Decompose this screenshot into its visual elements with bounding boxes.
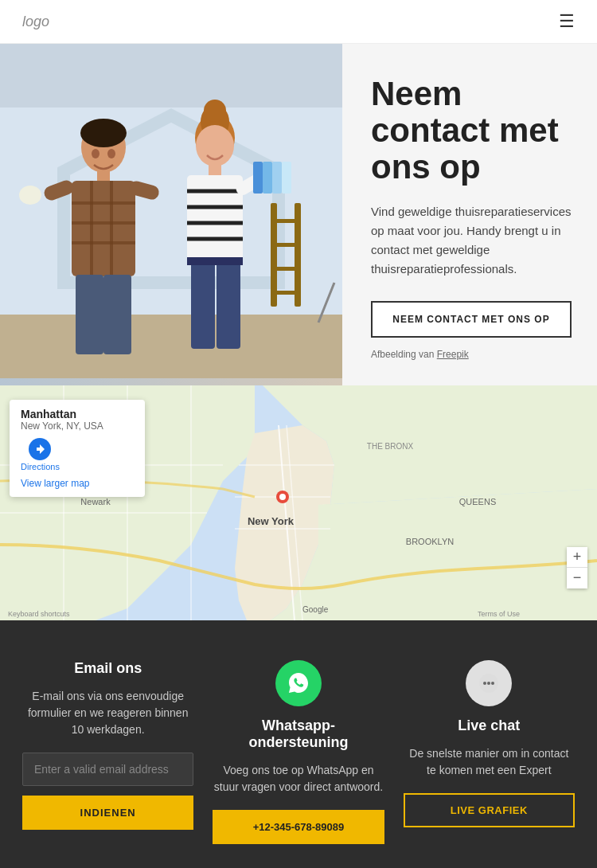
image-credit: Afbeelding van Freepik: [371, 349, 572, 360]
svg-point-29: [204, 100, 226, 122]
contact-cta-button[interactable]: NEEM CONTACT MET ONS OP: [371, 301, 572, 338]
email-column: Email ons E-mail ons via ons eenvoudige …: [22, 660, 193, 844]
svg-point-73: [487, 682, 490, 685]
svg-point-26: [107, 149, 115, 158]
submit-email-button[interactable]: INDIENEN: [22, 796, 193, 830]
livechat-description: De snelste manier om in contact te komen…: [404, 745, 575, 779]
hero-title: Neem contact met ons op: [371, 76, 572, 186]
svg-rect-32: [187, 175, 243, 263]
whatsapp-phone-button[interactable]: +12-345-678-89089: [213, 810, 384, 844]
svg-text:Google: Google: [302, 605, 329, 614]
svg-rect-8: [271, 267, 301, 271]
hero-section: Neem contact met ons op Vind geweldige t…: [0, 44, 597, 385]
hero-description: Vind geweldige thuisreparatieservices op…: [371, 202, 572, 279]
svg-rect-13: [97, 170, 110, 181]
svg-text:THE BRONX: THE BRONX: [367, 442, 414, 451]
svg-point-66: [279, 494, 286, 500]
whatsapp-icon: [275, 660, 322, 706]
svg-point-25: [92, 149, 100, 158]
svg-point-22: [19, 186, 41, 205]
svg-rect-42: [191, 261, 215, 349]
zoom-in-button[interactable]: +: [567, 547, 587, 568]
svg-rect-38: [253, 162, 263, 194]
livechat-title: Live chat: [458, 717, 520, 734]
email-input[interactable]: [22, 753, 193, 786]
svg-text:BROOKLYN: BROOKLYN: [406, 537, 454, 546]
hamburger-menu-icon[interactable]: ☰: [559, 11, 575, 32]
svg-text:New York: New York: [248, 515, 295, 527]
svg-text:Keyboard shortcuts: Keyboard shortcuts: [8, 610, 70, 618]
directions-button[interactable]: Directions: [21, 438, 60, 471]
hero-image: [0, 44, 342, 385]
map-zoom-controls: + −: [567, 547, 587, 588]
zoom-out-button[interactable]: −: [567, 568, 587, 588]
svg-rect-23: [76, 275, 103, 354]
map-background: New York Newark BROOKLYN QUEENS THE BRON…: [0, 385, 597, 620]
livechat-column: Live chat De snelste manier om in contac…: [404, 660, 575, 844]
svg-rect-43: [217, 261, 240, 349]
contact-grid: Email ons E-mail ons via ons eenvoudige …: [22, 660, 575, 844]
email-description: E-mail ons via ons eenvoudige formulier …: [22, 688, 193, 738]
freepik-link[interactable]: Freepik: [437, 349, 469, 360]
svg-rect-41: [282, 162, 291, 194]
svg-text:Newark: Newark: [80, 497, 111, 506]
svg-rect-6: [271, 219, 301, 223]
livechat-icon: [466, 660, 512, 706]
svg-point-72: [483, 682, 486, 685]
svg-point-74: [491, 682, 494, 685]
whatsapp-title: Whatsapp-ondersteuning: [213, 717, 384, 751]
view-larger-map-link[interactable]: View larger map: [21, 478, 134, 489]
svg-text:QUEENS: QUEENS: [459, 497, 496, 506]
logo: logo: [22, 14, 49, 30]
svg-text:Terms of Use: Terms of Use: [478, 610, 520, 618]
whatsapp-column: Whatsapp-ondersteuning Voeg ons toe op W…: [213, 660, 384, 844]
email-title: Email ons: [74, 660, 142, 677]
navbar: logo ☰: [0, 0, 597, 44]
map-card-title: Manhattan: [21, 408, 134, 420]
contact-section: Email ons E-mail ons via ons eenvoudige …: [0, 620, 597, 868]
svg-rect-14: [72, 181, 135, 276]
svg-marker-48: [271, 489, 597, 620]
svg-rect-9: [271, 291, 301, 295]
map-card: Manhattan New York, NY, USA Directions V…: [10, 400, 145, 497]
svg-point-12: [80, 119, 127, 147]
svg-rect-2: [0, 315, 342, 378]
svg-rect-39: [263, 162, 272, 194]
svg-marker-70: [37, 444, 45, 454]
livechat-button[interactable]: LIVE GRAFIEK: [404, 793, 575, 827]
map-section: New York Newark BROOKLYN QUEENS THE BRON…: [0, 385, 597, 620]
whatsapp-description: Voeg ons toe op WhatsApp en stuur vragen…: [213, 762, 384, 796]
svg-rect-7: [271, 243, 301, 247]
svg-rect-24: [103, 275, 131, 354]
svg-rect-40: [272, 162, 282, 194]
svg-rect-31: [209, 165, 221, 176]
svg-rect-44: [187, 257, 243, 265]
hero-content: Neem contact met ons op Vind geweldige t…: [342, 44, 597, 385]
map-card-subtitle: New York, NY, USA: [21, 420, 134, 432]
